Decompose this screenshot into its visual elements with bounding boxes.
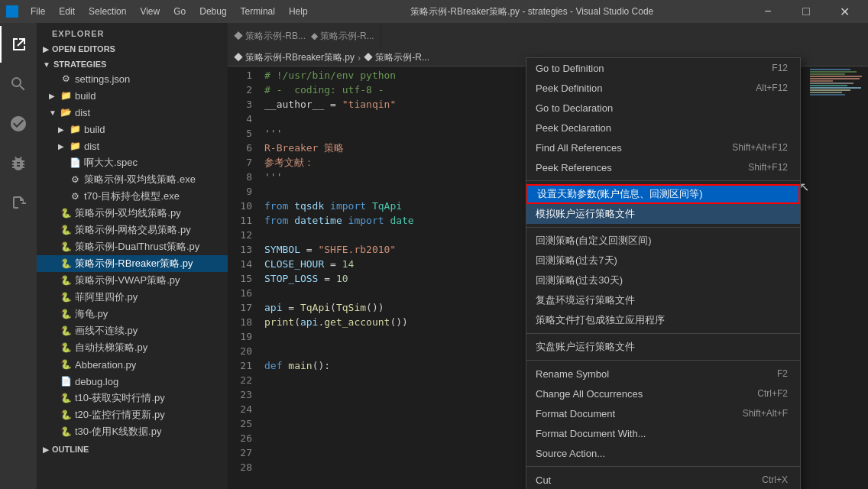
menu-backtest-30days[interactable]: 回测策略(过去30天)	[526, 270, 800, 290]
menu-backtest-7days[interactable]: 回测策略(过去7天)	[526, 251, 800, 270]
package-label: 策略文件打包成独立应用程序	[536, 313, 665, 327]
sidebar-item-exe1[interactable]: ⚙ 策略示例-双均线策略.exe	[37, 171, 228, 188]
activitybar-extensions[interactable]	[0, 185, 37, 222]
strategies-arrow: ▼	[43, 60, 50, 69]
sidebar-item-build-top[interactable]: ▶ 📁 build	[37, 87, 228, 104]
sidebar-item-py2[interactable]: 🐍 策略示例-网格交易策略.py	[37, 222, 228, 238]
peek-def-label: Peek Definition	[536, 83, 602, 94]
menu-live[interactable]: 实盘账户运行策略文件	[526, 337, 800, 357]
backtest-30days-label: 回测策略(过去30天)	[536, 274, 623, 287]
log-label: debug.log	[75, 376, 118, 387]
goto-def-label: Go to Definition	[536, 63, 604, 74]
activitybar-git[interactable]	[0, 105, 37, 142]
find-ref-label: Find All References	[536, 142, 622, 154]
activitybar-debug[interactable]	[0, 145, 37, 182]
titlebar-title: 策略示例-RBreaker策略.py - strategies - Visual…	[314, 5, 750, 18]
menu-source-action[interactable]: Source Action...	[526, 443, 800, 463]
activitybar-search[interactable]	[0, 66, 37, 102]
open-editors-arrow: ▶	[43, 45, 49, 53]
sidebar-item-py7[interactable]: 🐍 海龟.py	[37, 306, 228, 322]
log-icon: 📄	[60, 376, 72, 387]
menu-go[interactable]: Go	[167, 5, 192, 18]
strategies-header[interactable]: ▼ STRATEGIES	[37, 58, 228, 70]
rename-symbol-shortcut: F2	[777, 368, 788, 379]
py9-label: 自动扶梯策略.py	[75, 341, 147, 355]
sidebar-item-py9[interactable]: 🐍 自动扶梯策略.py	[37, 339, 228, 356]
backtest-7days-label: 回测策略(过去7天)	[536, 254, 617, 267]
minimize-button[interactable]: −	[750, 0, 785, 23]
menu-peek-declaration[interactable]: Peek Declaration	[526, 118, 800, 138]
menu-set-params[interactable]: 设置天勤参数(账户信息、回测区间等)	[526, 184, 800, 204]
menu-view[interactable]: View	[134, 5, 166, 18]
menu-rename-symbol[interactable]: Rename Symbol F2	[526, 364, 800, 384]
set-params-label: 设置天勤参数(账户信息、回测区间等)	[537, 187, 703, 201]
replay-label: 复盘环境运行策略文件	[536, 293, 635, 307]
menu-format-with[interactable]: Format Document With...	[526, 423, 800, 443]
menu-help[interactable]: Help	[283, 5, 314, 18]
separator3	[526, 333, 800, 334]
sidebar-item-py3[interactable]: 🐍 策略示例-DualThrust策略.py	[37, 238, 228, 255]
folder-dist-inner-icon: 📁	[69, 141, 81, 151]
format-with-label: Format Document With...	[536, 428, 646, 439]
separator2	[526, 227, 800, 228]
sidebar-item-py8[interactable]: 🐍 画线不连续.py	[37, 322, 228, 339]
py9-icon: 🐍	[60, 342, 72, 353]
py8-label: 画线不连续.py	[75, 324, 138, 338]
open-editors-section: ▶ OPEN EDITORS	[37, 41, 228, 57]
sidebar-item-dist[interactable]: ▼ 📂 dist	[37, 104, 228, 121]
py-active-icon: 🐍	[60, 258, 72, 269]
menu-replay[interactable]: 复盘环境运行策略文件	[526, 290, 800, 310]
open-editors-header[interactable]: ▶ OPEN EDITORS	[37, 43, 228, 55]
sidebar-item-py10[interactable]: 🐍 Abberation.py	[37, 356, 228, 373]
menu-cut[interactable]: Cut Ctrl+X	[526, 470, 800, 489]
build-inner-arrow: ▶	[58, 125, 67, 134]
py5-label: 策略示例-VWAP策略.py	[75, 274, 180, 287]
sidebar-item-py6[interactable]: 🐍 菲阿里四价.py	[37, 289, 228, 306]
sidebar-item-py5[interactable]: 🐍 策略示例-VWAP策略.py	[37, 272, 228, 289]
menu-debug[interactable]: Debug	[193, 5, 232, 18]
menu-edit[interactable]: Edit	[53, 5, 81, 18]
sidebar-item-py-active[interactable]: 🐍 策略示例-RBreaker策略.py	[37, 255, 228, 272]
sidebar-item-log[interactable]: 📄 debug.log	[37, 373, 228, 390]
menu-goto-definition[interactable]: Go to Definition F12	[526, 58, 800, 78]
sidebar-item-py1[interactable]: 🐍 策略示例-双均线策略.py	[37, 205, 228, 222]
titlebar: File Edit Selection View Go Debug Termin…	[0, 0, 868, 23]
peek-def-shortcut: Alt+F12	[756, 83, 788, 93]
py2-icon: 🐍	[60, 225, 72, 235]
menu-goto-declaration[interactable]: Go to Declaration	[526, 98, 800, 118]
sidebar-item-t20[interactable]: 🐍 t20-监控行情更新.py	[37, 406, 228, 423]
sidebar-item-spec[interactable]: 📄 啊大大.spec	[37, 154, 228, 171]
context-menu-overlay: Go to Definition F12 Peek Definition Alt…	[228, 23, 868, 489]
main-layout: EXPLORER ▶ OPEN EDITORS ▼ STRATEGIES ⚙ s…	[0, 23, 868, 489]
sidebar-item-exe2[interactable]: ⚙ t70-目标持仓模型.exe	[37, 188, 228, 205]
menu-file[interactable]: File	[24, 5, 51, 18]
outline-header[interactable]: ▶ OUTLINE	[37, 443, 228, 455]
separator1	[526, 180, 800, 181]
dist-inner-arrow: ▶	[58, 142, 67, 151]
sidebar-item-t10[interactable]: 🐍 t10-获取实时行情.py	[37, 390, 228, 406]
maximize-button[interactable]: □	[789, 0, 824, 23]
dist-inner-label: dist	[84, 141, 99, 152]
exe1-icon: ⚙	[69, 174, 81, 185]
menu-peek-references[interactable]: Peek References Shift+F12	[526, 157, 800, 177]
sidebar-item-t30[interactable]: 🐍 t30-使用K线数据.py	[37, 423, 228, 440]
menu-simulate[interactable]: 模拟账户运行策略文件	[526, 204, 800, 224]
menu-terminal[interactable]: Terminal	[235, 5, 281, 18]
menu-selection[interactable]: Selection	[83, 5, 132, 18]
menu-package[interactable]: 策略文件打包成独立应用程序	[526, 310, 800, 330]
menu-backtest-custom[interactable]: 回测策略(自定义回测区间)	[526, 231, 800, 251]
sidebar-item-settings[interactable]: ⚙ settings.json	[37, 70, 228, 87]
vscode-logo	[6, 5, 18, 18]
close-button[interactable]: ✕	[827, 0, 862, 23]
sidebar-item-build-inner[interactable]: ▶ 📁 build	[37, 121, 228, 138]
source-action-label: Source Action...	[536, 448, 605, 459]
activitybar	[0, 23, 37, 489]
sidebar-item-dist-inner[interactable]: ▶ 📁 dist	[37, 138, 228, 154]
menu-change-occurrences[interactable]: Change All Occurrences Ctrl+F2	[526, 384, 800, 403]
activitybar-explorer[interactable]	[0, 26, 37, 63]
titlebar-controls: − □ ✕	[750, 0, 862, 23]
menu-peek-definition[interactable]: Peek Definition Alt+F12	[526, 78, 800, 98]
menu-find-references[interactable]: Find All References Shift+Alt+F12	[526, 138, 800, 157]
menu-format-document[interactable]: Format Document Shift+Alt+F	[526, 403, 800, 423]
py2-label: 策略示例-网格交易策略.py	[75, 223, 191, 237]
